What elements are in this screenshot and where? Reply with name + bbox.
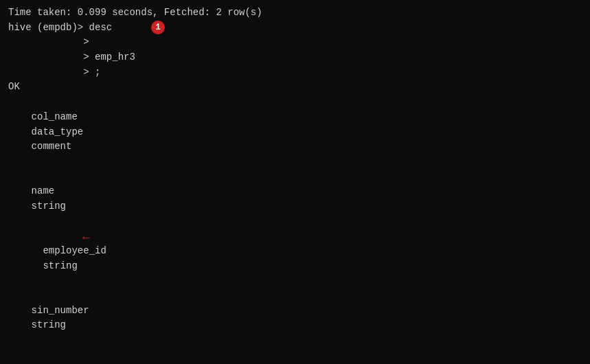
badge-1: 1 (151, 21, 165, 34)
terminal: Time taken: 0.099 seconds, Fetched: 2 ro… (8, 5, 582, 364)
line-hive-desc: hive (empdb)> desc (8, 21, 582, 36)
row-start-date-1: start_date date (8, 348, 582, 364)
line-indent1: > (8, 35, 582, 50)
col-header-comment-1: comment (32, 139, 72, 155)
arrow-employee-id: ← (82, 229, 90, 248)
row-employee-id: employee_id string (8, 229, 582, 288)
row-sin-number-1: sin_number string (8, 288, 582, 348)
line-time-top: Time taken: 0.099 seconds, Fetched: 2 ro… (8, 5, 582, 21)
row-name-1: name string (8, 170, 582, 229)
line-ok1: OK (8, 80, 582, 95)
col-header-name-1: col_name (32, 110, 141, 125)
table-header-1: col_name data_type comment (8, 95, 582, 169)
line-emp-hr3: > emp_hr3 (8, 50, 582, 65)
line-semicolon1: > ; (8, 65, 582, 80)
col-header-type-1: data_type (32, 125, 141, 140)
